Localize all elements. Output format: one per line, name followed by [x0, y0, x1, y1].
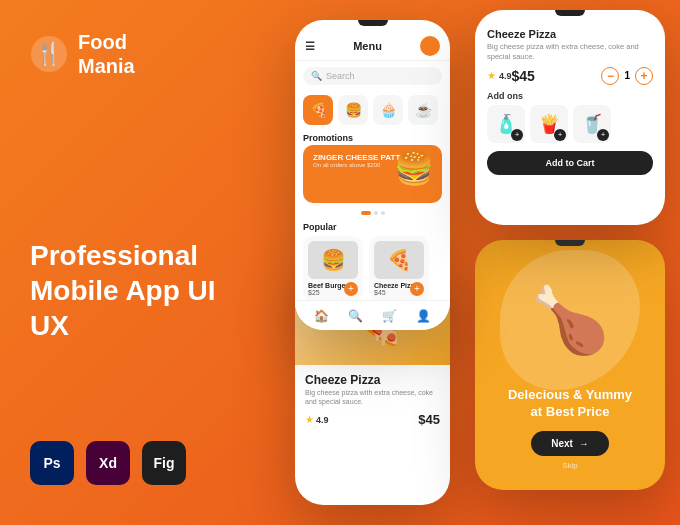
dot-1 [361, 211, 371, 215]
pizza-stars: ★ 4.9 [305, 414, 329, 425]
dot-2 [374, 211, 378, 215]
item-price: $45 [512, 68, 535, 84]
tool-badges: Ps Xd Fig [30, 441, 260, 495]
badge-xd: Xd [86, 441, 130, 485]
pizza-price: $45 [418, 412, 440, 427]
search-placeholder: Search [326, 71, 355, 81]
badge-photoshop: Ps [30, 441, 74, 485]
nav-search-icon[interactable]: 🔍 [348, 309, 363, 323]
addon-3[interactable]: 🥤 + [573, 105, 611, 143]
main-phone-header: ☰ Menu [295, 28, 450, 61]
notch-bottom-right [555, 240, 585, 246]
popular-title: Popular [295, 219, 450, 234]
item-1-image: 🍔 [308, 241, 358, 279]
stars-area: ★ 4.9 [487, 70, 512, 81]
notch-main [358, 20, 388, 26]
addon-1[interactable]: 🧴 + [487, 105, 525, 143]
promo-dots [295, 207, 450, 219]
category-burger[interactable]: 🍔 [338, 95, 368, 125]
category-dessert[interactable]: 🧁 [373, 95, 403, 125]
hamburger-icon: ☰ [305, 40, 315, 53]
nav-home-icon[interactable]: 🏠 [314, 309, 329, 323]
item-2-add-button[interactable]: + [410, 282, 424, 296]
rating-value: 4.9 [499, 71, 512, 81]
quantity-control: − 1 + [601, 67, 653, 85]
search-icon: 🔍 [311, 71, 322, 81]
rating-price-row: ★ 4.9 $45 − 1 + [487, 67, 653, 85]
star-icon: ★ [487, 70, 496, 81]
add-to-cart-button[interactable]: Add to Cart [487, 151, 653, 175]
addon-1-badge: + [511, 129, 523, 141]
svg-text:🍴: 🍴 [35, 40, 63, 67]
promotions-title: Promotions [295, 129, 450, 145]
menu-label: Menu [353, 40, 382, 52]
splash-blob: 🍗 [500, 250, 640, 390]
order-detail-content: Cheeze Pizza Big cheese pizza with extra… [475, 18, 665, 191]
qty-value: 1 [624, 70, 630, 81]
logo-icon: 🍴 [30, 35, 68, 73]
skip-label[interactable]: Skip [562, 461, 578, 470]
next-button[interactable]: Next → [531, 431, 609, 456]
order-item-title: Cheeze Pizza [487, 28, 653, 40]
pizza-rating: 4.9 [316, 415, 329, 425]
categories-row: 🍕 🍔 🧁 ☕ [295, 91, 450, 129]
brand-name: Food Mania [78, 30, 135, 78]
nav-profile-icon[interactable]: 👤 [416, 309, 431, 323]
popular-item-1[interactable]: 🍔 Beef Burger $25 + [303, 236, 363, 301]
pizza-rating-price-row: ★ 4.9 $45 [305, 412, 440, 427]
dot-3 [381, 211, 385, 215]
popular-item-2[interactable]: 🍕 Cheeze Pizza $45 + [369, 236, 429, 301]
tagline: Professional Mobile App UI UX [30, 238, 260, 343]
item-1-add-button[interactable]: + [344, 282, 358, 296]
pizza-star-icon: ★ [305, 414, 314, 425]
popular-items: 🍔 Beef Burger $25 + 🍕 Cheeze Pizza $45 + [295, 234, 450, 303]
logo-area: 🍴 Food Mania [30, 30, 260, 78]
notch-top-right [555, 10, 585, 16]
promo-banner[interactable]: ZINGER CHEESE PATTY On all orders above … [303, 145, 442, 203]
qty-plus-button[interactable]: + [635, 67, 653, 85]
phones-area: ☰ Menu 🔍 Search 🍕 🍔 🧁 ☕ Promotions ZINGE… [240, 0, 680, 525]
qty-minus-button[interactable]: − [601, 67, 619, 85]
addons-title: Add ons [487, 91, 653, 101]
avatar [420, 36, 440, 56]
item-2-image: 🍕 [374, 241, 424, 279]
addon-2-badge: + [554, 129, 566, 141]
pizza-desc: Big cheese pizza with extra cheese, coke… [305, 388, 440, 406]
pizza-detail-content: Cheeze Pizza Big cheese pizza with extra… [295, 365, 450, 435]
addon-2[interactable]: 🍟 + [530, 105, 568, 143]
bottom-nav: 🏠 🔍 🛒 👤 [295, 300, 450, 330]
addon-3-badge: + [597, 129, 609, 141]
arrow-icon: → [579, 438, 589, 449]
badge-figma: Fig [142, 441, 186, 485]
promo-burger-image: 🍔 [394, 149, 434, 187]
category-pizza[interactable]: 🍕 [303, 95, 333, 125]
order-item-desc: Big cheese pizza with extra cheese, coke… [487, 42, 653, 62]
nav-cart-icon[interactable]: 🛒 [382, 309, 397, 323]
phone-top-right: Cheeze Pizza Big cheese pizza with extra… [475, 10, 665, 225]
phone-bottom-right: 🍗 Delecious & Yummy at Best Price Next →… [475, 240, 665, 490]
phone-main: ☰ Menu 🔍 Search 🍕 🍔 🧁 ☕ Promotions ZINGE… [295, 20, 450, 330]
splash-tagline: Delecious & Yummy at Best Price [508, 387, 632, 421]
addons-list: 🧴 + 🍟 + 🥤 + [487, 105, 653, 143]
pizza-title: Cheeze Pizza [305, 373, 440, 387]
category-coffee[interactable]: ☕ [408, 95, 438, 125]
search-bar[interactable]: 🔍 Search [303, 67, 442, 85]
